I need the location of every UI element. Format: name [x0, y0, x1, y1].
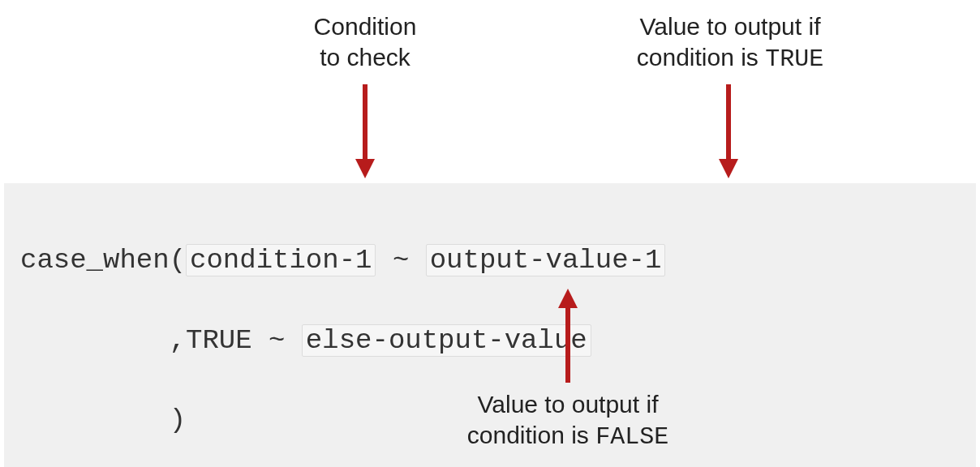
- arrow-condition-icon: [355, 84, 375, 178]
- svg-marker-3: [719, 159, 738, 178]
- annotation-true-line2b: TRUE: [765, 45, 823, 73]
- code-l2-else: else-output-value: [302, 324, 591, 357]
- code-line-2: ,TRUE ~ else-output-value: [20, 321, 960, 361]
- code-l2-a: ,TRUE ~: [20, 325, 302, 356]
- annotation-false-line1: Value to output if: [478, 391, 659, 418]
- svg-marker-1: [355, 159, 375, 178]
- code-l1-c: ~: [376, 245, 425, 276]
- code-l1-condition: condition-1: [186, 244, 376, 276]
- code-l1-output: output-value-1: [426, 244, 666, 276]
- svg-marker-5: [558, 289, 578, 308]
- annotation-false-line2a: condition is: [467, 422, 595, 448]
- annotation-true-line1: Value to output if: [640, 13, 821, 40]
- annotation-condition: Condition to check: [260, 11, 471, 72]
- annotation-false-line2b: FALSE: [595, 423, 668, 451]
- annotation-condition-line2: to check: [320, 44, 410, 71]
- code-l1-a: case_when(: [20, 245, 186, 276]
- annotation-true-line2a: condition is: [637, 44, 765, 71]
- annotation-condition-line1: Condition: [314, 13, 417, 40]
- arrow-true-icon: [719, 84, 738, 178]
- annotation-true-output: Value to output if condition is TRUE: [568, 11, 892, 75]
- code-line-1: case_when(condition-1 ~ output-value-1: [20, 241, 960, 281]
- code-l3-a: ): [20, 405, 186, 435]
- annotation-false-output: Value to output if condition is FALSE: [406, 389, 730, 452]
- arrow-false-icon: [558, 289, 578, 383]
